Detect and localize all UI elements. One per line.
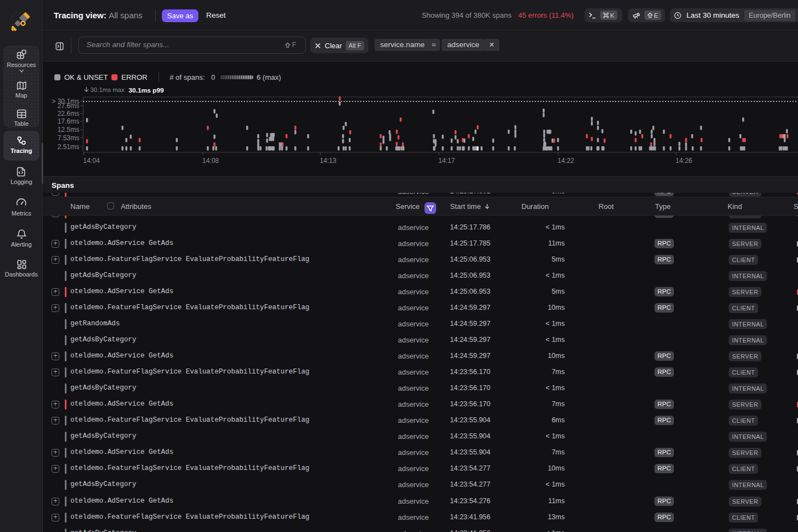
svg-text:2.51ms: 2.51ms bbox=[58, 143, 79, 151]
svg-text:14:04: 14:04 bbox=[83, 157, 100, 165]
svg-text:14:22: 14:22 bbox=[557, 157, 574, 165]
svg-text:14:08: 14:08 bbox=[202, 157, 219, 165]
svg-text:7.53ms: 7.53ms bbox=[58, 134, 79, 142]
svg-text:14:13: 14:13 bbox=[320, 157, 336, 165]
svg-text:12.5ms: 12.5ms bbox=[58, 126, 79, 134]
svg-text:14:26: 14:26 bbox=[676, 157, 692, 165]
svg-text:22.6ms: 22.6ms bbox=[58, 110, 79, 117]
svg-text:27.6ms: 27.6ms bbox=[58, 102, 79, 110]
svg-text:17.6ms: 17.6ms bbox=[58, 117, 79, 125]
svg-text:14:17: 14:17 bbox=[438, 157, 455, 165]
